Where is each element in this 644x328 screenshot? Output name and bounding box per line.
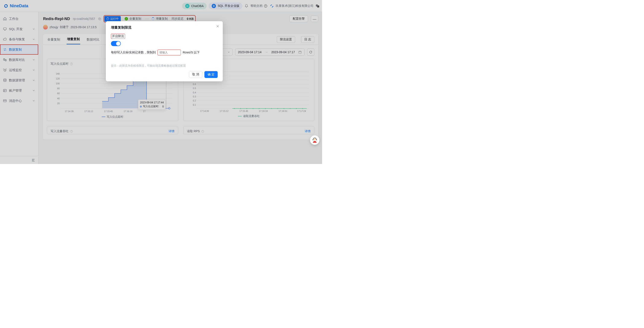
support-agent-icon [312,137,318,143]
support-fab[interactable] [310,135,320,145]
enable-throttle-switch[interactable] [111,41,121,46]
ok-button[interactable]: 确 定 [204,71,218,78]
svg-rect-60 [316,139,317,140]
modal-title: 增量复制限流 [111,26,218,30]
cancel-button[interactable]: 取 消 [189,71,202,78]
close-icon [216,25,219,28]
throttle-hint: 提示：此限流为非精准限流，可能出现流量略微超过限流配置 [111,64,218,68]
throttle-rows-input[interactable] [158,50,181,55]
svg-point-58 [314,138,316,141]
modal-close-button[interactable] [216,25,219,29]
enable-throttle-label: 开启限流 [111,34,125,39]
throttle-config-line: 每秒写入目标实例记录数，限制到 Rows/S 以下 [111,50,218,55]
svg-rect-59 [312,139,313,140]
throttle-modal: 增量复制限流 开启限流 每秒写入目标实例记录数，限制到 Rows/S 以下 提示… [106,21,223,81]
line-after: Rows/S 以下 [183,51,200,55]
line-before: 每秒写入目标实例记录数，限制到 [111,51,156,55]
